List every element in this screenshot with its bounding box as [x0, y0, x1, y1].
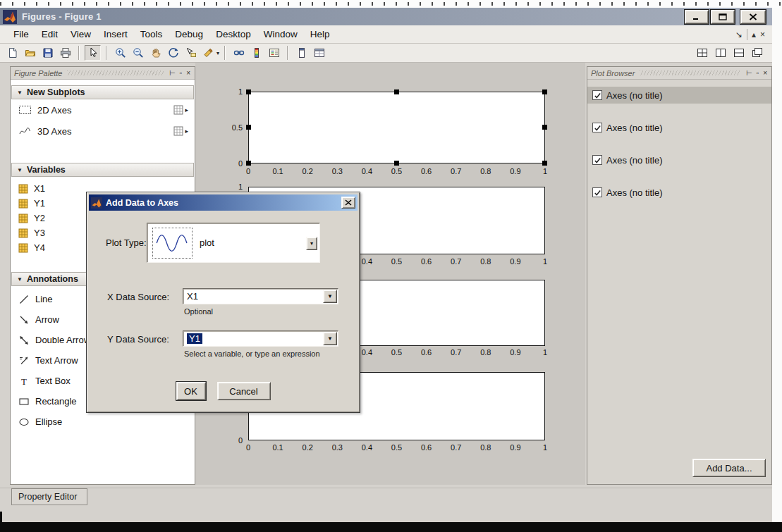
- menu-item[interactable]: Desktop: [209, 25, 257, 43]
- selection-handle[interactable]: [246, 161, 251, 166]
- annotation-item-ellipse[interactable]: Ellipse: [11, 412, 195, 432]
- add-data-button[interactable]: Add Data...: [692, 459, 766, 477]
- insert-legend-icon[interactable]: [266, 45, 282, 61]
- plot-browser-panel: Plot Browser ⊢ ▫ × Axes (no title) Axes …: [587, 66, 772, 485]
- menu-item[interactable]: File: [7, 25, 35, 43]
- menu-item[interactable]: Window: [257, 25, 304, 43]
- layout-horizontal-split-icon[interactable]: [731, 45, 747, 61]
- plot-type-dropdown-icon[interactable]: ▾: [306, 237, 317, 250]
- arrow-icon: [18, 314, 30, 326]
- print-icon[interactable]: [57, 45, 73, 61]
- maximize-button[interactable]: [711, 10, 735, 24]
- data-cursor-icon[interactable]: [183, 45, 199, 61]
- section-new-subplots[interactable]: ▼ New Subplots: [11, 85, 194, 99]
- menu-item[interactable]: Tools: [134, 25, 169, 43]
- section-variables[interactable]: ▼ Variables: [11, 163, 194, 177]
- panel-close-icon[interactable]: ×: [185, 70, 191, 77]
- zoom-out-icon[interactable]: [130, 45, 146, 61]
- layout-vertical-split-icon[interactable]: [712, 45, 728, 61]
- figure-palette-header[interactable]: Figure Palette ⊢ ▫ ×: [11, 67, 195, 80]
- zoom-in-icon[interactable]: [112, 45, 128, 61]
- palette-item-2d-axes[interactable]: 2D Axes ▸: [11, 99, 195, 120]
- panel-float-icon[interactable]: ▫: [756, 70, 760, 77]
- dialog-close-button[interactable]: [341, 197, 355, 209]
- selection-handle[interactable]: [246, 125, 251, 130]
- x-tick-label: 0: [246, 443, 250, 452]
- x-dropdown-arrow-icon[interactable]: ▼: [323, 290, 337, 303]
- ok-button[interactable]: OK: [176, 382, 206, 400]
- y-dropdown-arrow-icon[interactable]: ▼: [323, 332, 337, 345]
- menubar-close-icon[interactable]: ×: [760, 30, 765, 39]
- plot-browser-axes-item[interactable]: Axes (no title): [587, 87, 771, 104]
- axes-visibility-checkbox[interactable]: [592, 187, 602, 197]
- y-data-source-combo[interactable]: Y1 ▼: [183, 330, 338, 347]
- subplot-grid-picker[interactable]: ▸: [173, 126, 188, 136]
- toolbar-separator: [78, 46, 80, 60]
- layout-grid-icon[interactable]: [694, 45, 710, 61]
- layout-cascade-icon[interactable]: [749, 45, 765, 61]
- save-icon[interactable]: [39, 45, 56, 61]
- open-file-icon[interactable]: [22, 45, 38, 61]
- selection-handle[interactable]: [542, 89, 547, 94]
- brush-data-icon[interactable]: [200, 45, 216, 61]
- selection-handle[interactable]: [394, 161, 399, 166]
- x-tick-label: 1: [543, 167, 547, 175]
- x-tick-label: 0.7: [451, 167, 461, 175]
- insert-colorbar-icon[interactable]: [248, 45, 264, 61]
- menu-item[interactable]: View: [64, 25, 97, 43]
- new-figure-icon[interactable]: [4, 45, 20, 61]
- menu-item[interactable]: Insert: [97, 25, 134, 43]
- plot-browser-header[interactable]: Plot Browser ⊢ ▫ ×: [587, 67, 771, 80]
- brush-dropdown-icon[interactable]: ▾: [216, 50, 219, 56]
- axes-visibility-checkbox[interactable]: [592, 155, 602, 165]
- rotate-3d-icon[interactable]: [165, 45, 181, 61]
- plot-browser-axes-item[interactable]: Axes (no title): [587, 184, 771, 201]
- rectangle-icon: [18, 396, 30, 407]
- x-tick-label: 0.1: [272, 167, 283, 175]
- menu-item[interactable]: Edit: [35, 25, 64, 43]
- menu-item[interactable]: Help: [304, 25, 336, 43]
- selection-handle[interactable]: [542, 125, 547, 130]
- x-tick-label: 0.8: [480, 443, 491, 452]
- window-controls: [683, 10, 766, 24]
- plot-browser-axes-item[interactable]: Axes (no title): [587, 151, 771, 168]
- selection-handle[interactable]: [246, 89, 251, 94]
- edit-plot-pointer-icon[interactable]: [85, 45, 101, 61]
- undock-arrow-icon[interactable]: ↘: [735, 30, 743, 39]
- selection-handle[interactable]: [542, 161, 547, 166]
- pan-hand-icon[interactable]: [147, 45, 164, 61]
- y-tick-label: 0: [238, 436, 243, 445]
- undock-figure-icon[interactable]: [293, 45, 310, 61]
- x-data-source-combo[interactable]: X1 ▼: [183, 288, 338, 304]
- window-titlebar[interactable]: Figures - Figure 1: [0, 8, 772, 25]
- matlab-logo-icon: [91, 197, 102, 209]
- item-label: 3D Axes: [37, 126, 71, 137]
- menu-item[interactable]: Debug: [169, 25, 209, 43]
- subplot-grid-picker[interactable]: ▸: [173, 105, 188, 115]
- plot-browser-axes-item[interactable]: Axes (no title): [587, 119, 771, 136]
- minimize-button[interactable]: [685, 10, 709, 24]
- x-tick-label: 0.7: [451, 443, 461, 452]
- panel-close-icon[interactable]: ×: [762, 70, 768, 77]
- x-tick-label: 0: [246, 167, 250, 175]
- axes-visibility-checkbox[interactable]: [592, 123, 602, 132]
- section-label: New Subplots: [27, 87, 85, 97]
- sine-wave-icon: [154, 230, 191, 256]
- y-data-source-value: Y1: [187, 333, 202, 344]
- axes-visibility-checkbox[interactable]: [592, 90, 602, 100]
- property-editor-tab[interactable]: Property Editor: [11, 488, 87, 505]
- x-tick-label: 0.8: [480, 257, 491, 266]
- figure-window-icon[interactable]: [311, 45, 327, 61]
- subplot-1-axes[interactable]: [248, 92, 545, 163]
- dialog-titlebar[interactable]: Add Data to Axes: [89, 194, 358, 211]
- panel-up-icon[interactable]: ▴: [752, 30, 756, 39]
- palette-item-3d-axes[interactable]: 3D Axes ▸: [11, 120, 195, 142]
- plot-type-combo[interactable]: plot ▾: [147, 223, 320, 263]
- panel-dock-icon[interactable]: ⊢: [169, 70, 176, 77]
- cancel-button[interactable]: Cancel: [217, 382, 271, 400]
- close-button[interactable]: [740, 10, 766, 24]
- panel-dock-icon[interactable]: ⊢: [745, 70, 753, 77]
- panel-float-icon[interactable]: ▫: [179, 70, 183, 77]
- link-plot-icon[interactable]: [231, 45, 247, 61]
- selection-handle[interactable]: [394, 89, 399, 94]
